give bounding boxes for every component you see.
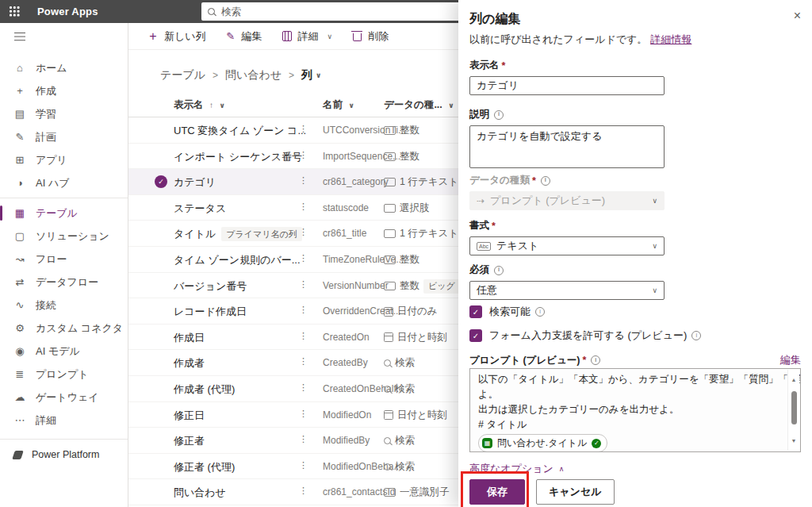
column-logical-name: CreatedOn: [323, 332, 370, 343]
column-data-type: 1 行テキスト: [384, 175, 458, 189]
sidebar-footer-label: Power Platform: [32, 449, 99, 460]
row-menu-icon[interactable]: ⋮: [299, 305, 308, 315]
row-menu-icon[interactable]: ⋮: [299, 202, 308, 212]
sidebar-item-plus[interactable]: +作成: [0, 79, 128, 102]
column-display-name: 作成者: [174, 356, 205, 371]
pill-label: 問い合わせ.タイトル: [497, 436, 587, 451]
sidebar-item-plug[interactable]: ∿接続: [0, 294, 128, 317]
scroll-down-icon[interactable]: ▼: [791, 431, 797, 451]
breadcrumb-table-name[interactable]: 問い合わせ: [225, 68, 282, 83]
display-name-input[interactable]: [469, 76, 665, 95]
sidebar-item-ai-hub[interactable]: ◑AI ハブ: [0, 171, 128, 194]
required-field: 必須 任意 ∨: [469, 263, 801, 300]
sidebar-item-book[interactable]: ▤学習: [0, 102, 128, 125]
sidebar-item-dataflow[interactable]: ⇄データフロー: [0, 271, 128, 294]
data-type-value: プロンプト (プレビュー): [490, 194, 605, 208]
sidebar-item-gateway[interactable]: ☁ゲートウェイ: [0, 386, 128, 409]
dataflow-icon: ⇄: [13, 276, 26, 288]
row-menu-icon[interactable]: ⋮: [299, 331, 308, 341]
row-menu-icon[interactable]: ⋮: [299, 253, 308, 263]
row-menu-icon[interactable]: ⋮: [299, 279, 308, 290]
save-button[interactable]: 保存: [469, 479, 525, 505]
sidebar-item-power-platform[interactable]: Power Platform: [0, 439, 128, 460]
lookup-type-icon: [384, 386, 391, 393]
searchable-checkbox[interactable]: ✓ 検索可能: [469, 305, 545, 319]
row-menu-icon[interactable]: ⋮: [299, 175, 308, 186]
sidebar-item-more[interactable]: ⋯詳細: [0, 409, 128, 432]
hamburger-icon[interactable]: [14, 33, 25, 34]
edit-column-panel: 列の編集 × 以前に呼び出されたフィールドです。詳細情報 表示名* 説明 カテゴ…: [458, 0, 812, 507]
required-select[interactable]: 任意 ∨: [469, 281, 665, 300]
sidebar-item-solutions[interactable]: ▢ソリューション: [0, 225, 128, 248]
row-menu-icon[interactable]: ⋮: [299, 356, 308, 367]
learn-more-link[interactable]: 詳細情報: [650, 33, 691, 45]
sidebar-item-custom-connector[interactable]: ⚙カスタム コネクタ: [0, 317, 128, 340]
row-menu-icon[interactable]: ⋮: [299, 124, 308, 134]
breadcrumb-columns[interactable]: 列 ∨: [301, 68, 321, 83]
sidebar-item-tables[interactable]: ▦テーブル: [0, 202, 128, 225]
edit-button[interactable]: ✎ 編集: [225, 29, 262, 44]
row-menu-icon[interactable]: ⋮: [299, 486, 308, 496]
chevron-down-icon: ∨: [652, 197, 657, 205]
edit-label: 編集: [242, 29, 262, 44]
close-icon[interactable]: ×: [794, 10, 801, 22]
apps-icon: ⊞: [13, 154, 26, 166]
pencil-icon: ✎: [225, 30, 236, 42]
column-display-name: カテゴリ: [174, 175, 216, 190]
app-title[interactable]: Power Apps: [37, 6, 98, 17]
column-logical-name: cr861_title: [323, 228, 366, 239]
column-display-name: バージョン番号: [174, 279, 247, 294]
column-data-type: 整数ビッグ: [384, 279, 460, 294]
sidebar-item-apps[interactable]: ⊞アプリ: [0, 148, 128, 171]
column-display-name: 作成者 (代理): [174, 382, 235, 397]
row-menu-icon[interactable]: ⋮: [299, 150, 308, 160]
row-menu-icon[interactable]: ⋮: [299, 382, 308, 393]
text-format-icon: Abc: [477, 242, 491, 251]
row-menu-icon[interactable]: ⋮: [299, 227, 308, 237]
scroll-up-icon[interactable]: ▲: [791, 370, 797, 390]
header-data-type[interactable]: データの種... ∨: [384, 98, 454, 112]
column-display-name: レコード作成日: [174, 305, 247, 319]
primary-column-badge: プライマリ名の列: [221, 227, 302, 241]
prompt-textarea[interactable]: 以下の「タイトル」「本文」から、カテゴリーを「要望」「質問」「相談」を1つ選択せ…: [469, 368, 801, 452]
row-menu-icon[interactable]: ⋮: [299, 434, 308, 444]
column-logical-name: VersionNumber: [323, 280, 389, 291]
waffle-menu-icon[interactable]: [3, 0, 26, 23]
description-input[interactable]: カテゴリを自動で設定する: [469, 125, 665, 168]
prompt-scrollbar[interactable]: ▲ ▼: [787, 370, 799, 451]
required-value: 任意: [477, 283, 497, 298]
chevron-down-icon: ∨: [348, 102, 354, 109]
header-name[interactable]: 名前 ∨: [323, 98, 354, 112]
row-menu-icon[interactable]: ⋮: [299, 409, 308, 419]
details-button[interactable]: 詳細 ∨: [282, 29, 333, 44]
format-label: 書式: [469, 219, 489, 232]
required-label: 必須: [469, 263, 489, 277]
scroll-thumb[interactable]: [791, 391, 797, 424]
prompt-line: 以下の「タイトル」「本文」から、カテゴリーを「要望」「質問」「相談」を1つ選択せ: [478, 372, 781, 387]
cancel-button[interactable]: キャンセル: [536, 479, 615, 505]
header-display-name[interactable]: 表示名 ↑ ∨: [174, 98, 225, 112]
column-data-type: 検索: [384, 434, 415, 447]
sidebar-item-ai-model[interactable]: ◉AI モデル: [0, 340, 128, 363]
row-menu-icon[interactable]: ⋮: [299, 460, 308, 471]
column-display-name: 問い合わせ: [174, 486, 226, 500]
number-type-icon: [384, 282, 396, 290]
column-data-type: 検索: [384, 356, 415, 370]
format-select[interactable]: Abc テキスト ∨: [469, 236, 665, 255]
chevron-down-icon: ∨: [219, 102, 224, 109]
search-icon: [208, 8, 215, 15]
sidebar-item-flow[interactable]: ↝フロー: [0, 248, 128, 271]
new-column-button[interactable]: + 新しい列: [147, 29, 206, 44]
sidebar-item-label: AI ハブ: [36, 176, 70, 190]
breadcrumb-tables[interactable]: テーブル: [160, 68, 205, 83]
form-fill-checkbox[interactable]: ✓ フォーム入力支援を許可する (プレビュー): [469, 328, 701, 343]
advanced-options-link[interactable]: 高度なオプション ∧: [469, 462, 564, 476]
delete-button[interactable]: 削除: [351, 29, 389, 44]
sidebar-item-pencil[interactable]: ✎計画: [0, 125, 128, 148]
sidebar-item-home[interactable]: ⌂ホーム: [0, 56, 128, 79]
info-icon: [541, 176, 550, 186]
dynamic-field-pill[interactable]: ▦ 問い合わせ.タイトル ✓: [478, 434, 607, 452]
prompt-edit-link[interactable]: 編集: [780, 353, 801, 367]
column-data-type: 日付と時刻: [384, 409, 447, 422]
sidebar-item-prompt[interactable]: ≣プロンプト: [0, 363, 128, 386]
